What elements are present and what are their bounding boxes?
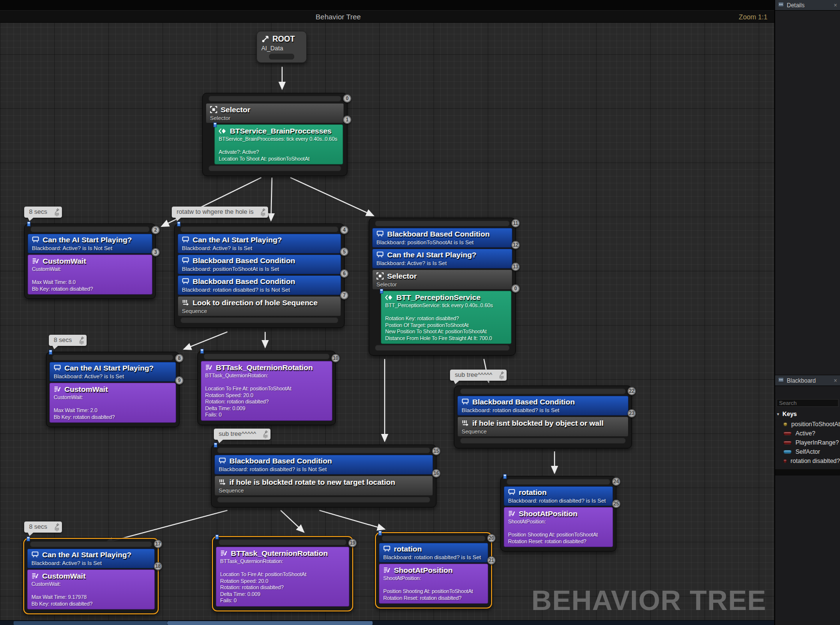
node-pin[interactable]: [30, 541, 152, 547]
custom-wait-group-1[interactable]: Can the AI Start Playing?Blackboard: Act…: [24, 223, 156, 299]
node-title-row: Blackboard Based Condition: [182, 255, 337, 266]
decorator-node[interactable]: Blackboard Based ConditionBlackboard: po…: [178, 254, 341, 274]
blackboard-key-item[interactable]: SelfActor: [775, 447, 840, 456]
node-subtitle: Blackboard: Active? is Is Not Set: [32, 245, 148, 252]
comment-bubble[interactable]: 8 secs: [24, 207, 62, 218]
blackboard-panel-header[interactable]: Blackboard ×: [775, 375, 840, 386]
service-node[interactable]: BTService_BrainProccessesBTService_Brain…: [214, 124, 343, 164]
custom-wait-group-3[interactable]: Can the AI Start Playing?Blackboard: Act…: [23, 538, 159, 614]
decorator-node[interactable]: Can the AI Start Playing?Blackboard: Act…: [28, 234, 152, 253]
decorator-node[interactable]: Blackboard Based ConditionBlackboard: ro…: [214, 455, 433, 475]
node-pin[interactable]: [30, 226, 150, 232]
breakpoint-marker: [213, 122, 217, 127]
quaternion-rotation-group-2[interactable]: BTTask_QuternionRotationBTTask_Quternion…: [212, 536, 353, 611]
details-panel-header[interactable]: Details ×: [775, 0, 840, 11]
task-node[interactable]: CustomWaitCustomWait: Max Wait Time: 8.0…: [28, 254, 152, 295]
decorator-icon: [383, 546, 390, 552]
blackboard-keys-header[interactable]: ▼ Keys: [776, 411, 839, 417]
node-title-row: BTTask_QuternionRotation: [220, 548, 345, 558]
execution-index-badge: 22: [628, 387, 636, 395]
task-node[interactable]: CustomWaitCustomWait: Max Wait Time: 2.0…: [49, 383, 176, 423]
task-node[interactable]: ShootAtPositionShootAtPosition: Position…: [379, 564, 488, 604]
blackboard-key-item[interactable]: rotation disablted?: [775, 456, 840, 465]
close-icon[interactable]: ×: [834, 2, 837, 8]
node-pin[interactable]: [375, 345, 510, 351]
blackboard-key-item[interactable]: PlayerInRange?: [775, 438, 840, 447]
shoot-at-position-group-2[interactable]: rotationBlackboard: rotation disablted? …: [375, 532, 492, 609]
execution-index-badge: 5: [340, 248, 348, 256]
keys-expander-icon[interactable]: ▼: [776, 412, 780, 417]
root-node[interactable]: ROOTAI_Data: [256, 31, 307, 63]
composite-node[interactable]: Look to direction of hole SequenceSequen…: [178, 296, 341, 316]
node-subtitle: Blackboard: rotation disablted? is Is Se…: [383, 554, 484, 561]
blackboard-search-input[interactable]: [777, 399, 839, 407]
close-icon[interactable]: ×: [834, 378, 837, 384]
node-title: Can the AI Start Playing?: [193, 235, 282, 245]
decorator-node[interactable]: rotationBlackboard: rotation disablted? …: [504, 486, 613, 506]
node-pin[interactable]: [219, 539, 346, 545]
breakpoint-marker: [503, 474, 507, 479]
decorator-node[interactable]: Can the AI Start Playing?Blackboard: Act…: [27, 549, 155, 568]
hole-blocked-sequence-group[interactable]: Blackboard Based ConditionBlackboard: ro…: [211, 445, 436, 507]
node-pin[interactable]: [52, 355, 173, 360]
quaternion-rotation-group-1[interactable]: BTTask_QuternionRotationBTTask_Quternion…: [197, 351, 336, 425]
selector-node-group[interactable]: SelectorSelectorBTService_BrainProccesse…: [202, 93, 347, 176]
comment-bubble[interactable]: rotatw to whgere the hole is: [172, 207, 268, 218]
perception-selector-group[interactable]: Blackboard Based ConditionBlackboard: po…: [369, 218, 516, 356]
execution-index-badge: 17: [154, 540, 162, 548]
composite-node[interactable]: SelectorSelector: [372, 269, 512, 290]
node-title: CustomWait: [42, 571, 86, 581]
comment-bubble[interactable]: 8 secs: [49, 335, 87, 346]
service-node[interactable]: BTT_PerceptionServiceBTT_PerceptionServi…: [381, 291, 511, 344]
scrollbar-thumb[interactable]: [167, 621, 373, 625]
look-to-hole-sequence-group[interactable]: Can the AI Start Playing?Blackboard: Act…: [174, 223, 345, 328]
decorator-node[interactable]: Can the AI Start Playing?Blackboard: Act…: [49, 362, 176, 382]
decorator-icon: [462, 399, 469, 405]
blackboard-key-item[interactable]: positionToShootAt: [775, 419, 840, 429]
decorator-node[interactable]: Blackboard Based ConditionBlackboard: ro…: [178, 275, 341, 295]
composite-node[interactable]: SelectorSelector: [206, 103, 344, 123]
node-pin[interactable]: [382, 536, 485, 541]
task-node[interactable]: BTTask_QuternionRotationBTTask_Quternion…: [201, 361, 332, 421]
blackboard-key-item[interactable]: Active?: [775, 429, 840, 438]
key-name: rotation disablted?: [791, 458, 840, 464]
node-pin[interactable]: [507, 479, 610, 485]
composite-node[interactable]: if hole is blockted rotate to new target…: [214, 476, 433, 496]
node-pin[interactable]: [269, 54, 294, 60]
node-pin[interactable]: [217, 447, 430, 453]
node-pin[interactable]: [460, 438, 626, 444]
decorator-node[interactable]: Blackboard Based ConditionBlackboard: ro…: [457, 396, 629, 416]
comment-bubble[interactable]: 8 secs: [24, 521, 62, 533]
decorator-node[interactable]: Can the AI Start Playing?Blackboard: Act…: [372, 249, 512, 268]
node-pin[interactable]: [180, 226, 338, 232]
node-pin[interactable]: [180, 317, 338, 323]
service-icon: [219, 128, 226, 134]
custom-wait-group-2[interactable]: Can the AI Start Playing?Blackboard: Act…: [46, 352, 180, 427]
decorator-node[interactable]: Can the AI Start Playing?Blackboard: Act…: [178, 234, 341, 253]
node-pin[interactable]: [209, 96, 341, 102]
decorator-node[interactable]: Blackboard Based ConditionBlackboard: po…: [372, 228, 512, 248]
node-pin[interactable]: [460, 388, 626, 394]
task-node[interactable]: ShootAtPositionShootAtPosition: Position…: [504, 507, 613, 547]
node-pin[interactable]: [375, 221, 510, 226]
composite-node[interactable]: if hole isnt blockted by object or wallS…: [457, 417, 629, 437]
task-node[interactable]: CustomWaitCustomWait: Max Wait Time: 9.1…: [27, 569, 155, 610]
node-title: Can the AI Start Playing?: [43, 235, 132, 245]
node-pin[interactable]: [204, 354, 330, 359]
node-pin[interactable]: [217, 497, 430, 503]
scrollbar-segment[interactable]: [14, 621, 167, 625]
node-title: BTT_PerceptionService: [396, 292, 480, 302]
execution-index-badge: 15: [432, 447, 440, 455]
hole-not-blocked-sequence-group[interactable]: Blackboard Based ConditionBlackboard: ro…: [454, 386, 632, 448]
horizontal-scrollbar[interactable]: [0, 620, 774, 625]
graph-canvas[interactable]: BEHAVIOR TREE Behavior Tree Zoom 1:1 ROO…: [0, 0, 774, 625]
comment-bubble[interactable]: sub tree^^^^^: [450, 370, 507, 381]
shoot-at-position-group-1[interactable]: rotationBlackboard: rotation disablted? …: [500, 476, 616, 551]
decorator-icon: [54, 365, 61, 371]
task-node[interactable]: BTTask_QuternionRotationBTTask_Quternion…: [216, 547, 349, 607]
node-title: Blackboard Based Condition: [229, 456, 332, 466]
decorator-node[interactable]: rotationBlackboard: rotation disablted? …: [379, 543, 488, 563]
comment-bubble[interactable]: sub tree^^^^^: [214, 429, 270, 440]
execution-index-badge: 19: [348, 539, 357, 547]
node-pin[interactable]: [209, 165, 341, 171]
